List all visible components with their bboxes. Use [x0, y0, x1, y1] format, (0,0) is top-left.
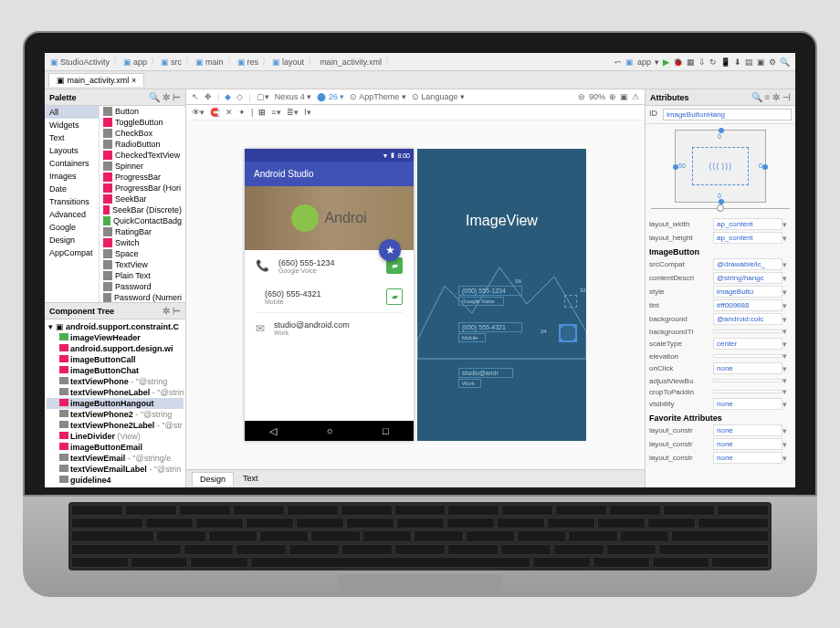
design-view-icon[interactable]: ◆ — [225, 92, 231, 101]
attr-value-input[interactable]: @android:colc — [713, 313, 782, 325]
palette-item[interactable]: Plain Text — [100, 270, 185, 281]
dropdown-icon[interactable]: ▾ — [782, 351, 792, 361]
align-icon[interactable]: ≡▾ — [271, 108, 280, 117]
palette-item[interactable]: Button — [100, 106, 185, 117]
attr-value-input[interactable]: @drawable/ic_ — [713, 258, 782, 270]
gradle-icon[interactable]: ▣ — [757, 58, 765, 67]
tree-root[interactable]: ▾ ▣ android.support.constraint.C — [47, 321, 184, 332]
attr-value-input[interactable] — [713, 330, 782, 333]
search-icon[interactable]: 🔍 — [149, 92, 160, 102]
dropdown-icon[interactable]: ▾ — [782, 454, 792, 463]
eye-icon[interactable]: 👁▾ — [192, 108, 205, 117]
design-canvas[interactable]: ▼ ▮ 8:00 Android Studio Androi ★ — [186, 120, 645, 469]
attr-value-input[interactable]: none — [713, 424, 782, 436]
palette-cat-date[interactable]: Date — [45, 183, 99, 195]
palette-item[interactable]: RadioButton — [100, 139, 185, 150]
dropdown-icon[interactable]: ▾ — [782, 288, 792, 297]
bc-app[interactable]: app — [131, 58, 149, 67]
attr-value-input[interactable]: #ff009688 — [713, 299, 782, 311]
bc-file[interactable]: main_activity.xml — [318, 58, 383, 67]
tree-item[interactable]: textViewPhoneLabel - "@strin — [47, 387, 184, 398]
palette-item[interactable]: QuickContactBadg — [100, 215, 185, 226]
search-icon[interactable]: 🔍 — [780, 58, 790, 67]
palette-cat-widgets[interactable]: Widgets — [45, 119, 99, 131]
structure-icon[interactable]: ▤ — [745, 58, 753, 67]
bp-phone1[interactable]: 56(650) 555-1234 — [458, 286, 522, 296]
palette-cat-text[interactable]: Text — [45, 131, 99, 144]
theme-dropdown[interactable]: ⊙ AppTheme ▾ — [350, 92, 406, 101]
palette-cat-advanced[interactable]: Advanced — [45, 208, 99, 221]
attr-value-input[interactable]: @string/hangc — [713, 272, 782, 284]
fit-icon[interactable]: ▣ — [620, 92, 628, 101]
constraint-widget[interactable]: ⟨⟨⟨ ⟩⟩⟩ 50 0 0 0 — [675, 130, 766, 203]
dropdown-icon[interactable]: ▾ — [782, 340, 792, 349]
orientation-icon[interactable]: ▢▾ — [257, 92, 269, 101]
tree-item[interactable]: textViewEmail - "@string/e — [47, 453, 184, 464]
bp-phone1-label[interactable]: Google Voice — [458, 297, 504, 306]
palette-item[interactable]: Password — [100, 281, 185, 292]
phone-icon[interactable]: 📞 — [256, 259, 269, 272]
file-tab[interactable]: ▣ main_activity.xml × — [48, 73, 144, 87]
palette-item[interactable]: SeekBar (Discrete) — [100, 204, 185, 215]
gear-icon[interactable]: ✲ — [163, 306, 170, 316]
palette-item[interactable]: SeekBar — [100, 194, 185, 204]
constraint-top[interactable]: 0 — [718, 133, 721, 140]
palette-cat-layouts[interactable]: Layouts — [45, 144, 99, 157]
attach-icon[interactable]: ⇩ — [698, 58, 706, 67]
palette-item[interactable]: CheckBox — [100, 128, 185, 139]
tree-item[interactable]: imageButtonHangout — [47, 398, 184, 409]
palette-item[interactable]: ProgressBar (Hori — [100, 183, 185, 194]
bc-src[interactable]: src — [169, 58, 184, 67]
palette-cat-google[interactable]: Google — [45, 221, 99, 234]
error-icon[interactable]: ⚠ — [632, 92, 639, 101]
dropdown-icon[interactable]: ▾ — [782, 440, 792, 449]
margin-icon[interactable]: ⊞ — [258, 108, 266, 117]
attr-value-input[interactable]: center — [713, 338, 782, 350]
gear-icon[interactable]: ✲ — [772, 92, 780, 102]
tree-item[interactable]: textViewPhone2 - "@string — [47, 409, 184, 420]
sdk-icon[interactable]: ⬇ — [734, 58, 741, 67]
palette-item[interactable]: CheckedTextView — [100, 150, 185, 161]
expand-icon[interactable]: ≡ — [765, 92, 771, 102]
bp-email[interactable]: studio@andr — [458, 368, 513, 378]
collapse-icon[interactable]: ⊢ — [173, 92, 181, 102]
bp-phone2-label[interactable]: Mobile — [458, 333, 486, 342]
blueprint-view-icon[interactable]: ◇ — [236, 92, 243, 101]
attr-value-input[interactable] — [713, 379, 782, 382]
tree-item[interactable]: LineDivider (View) — [47, 431, 184, 442]
palette-cat-transitions[interactable]: Transitions — [45, 195, 99, 208]
bp-email-label[interactable]: Work — [458, 379, 481, 388]
bp-phone2[interactable]: (650) 555-4321 — [458, 322, 522, 332]
tree-item[interactable]: imageButtonChat — [47, 365, 184, 376]
pack-icon[interactable]: Ⅰ▾ — [304, 108, 311, 117]
sync-icon[interactable]: ↻ — [709, 58, 717, 67]
profile-icon[interactable]: ▦ — [687, 58, 695, 67]
palette-item[interactable]: Password (Numeri — [100, 292, 185, 302]
tree-item[interactable]: imageViewHeader — [47, 332, 184, 343]
tree-item[interactable]: guideline4 — [47, 475, 184, 486]
palette-item[interactable]: Spinner — [100, 161, 185, 172]
collapse-icon[interactable]: ⊢ — [173, 306, 181, 316]
attr-value-input[interactable]: ap_content — [713, 232, 782, 244]
fab-star[interactable]: ★ — [379, 239, 401, 261]
attr-value-input[interactable]: ap_content — [713, 218, 782, 230]
bc-main[interactable]: main — [204, 58, 226, 67]
tree-item[interactable]: imageButtonEmail — [47, 442, 184, 453]
settings-icon[interactable]: ⚙ — [769, 58, 776, 67]
bc-layout[interactable]: layout — [280, 58, 306, 67]
avd-icon[interactable]: 📱 — [720, 58, 730, 67]
palette-item[interactable]: TextView — [100, 259, 185, 270]
dropdown-icon[interactable]: ▾ — [782, 376, 792, 385]
debug-icon[interactable]: 🐞 — [673, 58, 683, 67]
align2-icon[interactable]: ≣▾ — [287, 108, 299, 117]
dropdown-icon[interactable]: ▾ — [782, 387, 792, 396]
palette-item[interactable]: Switch — [100, 237, 185, 248]
bp-chat-icon[interactable]: 32 — [564, 295, 577, 308]
cursor-icon[interactable]: ↖ — [192, 92, 199, 101]
zoom-level[interactable]: 90% — [589, 92, 605, 101]
gear-icon[interactable]: ✲ — [163, 92, 170, 102]
tree-item[interactable]: android.support.design.wi — [47, 343, 184, 354]
tree-item[interactable]: textViewPhone - "@string — [47, 376, 184, 387]
dropdown-icon[interactable]: ▾ — [782, 220, 792, 229]
close-icon[interactable]: × — [131, 76, 136, 85]
